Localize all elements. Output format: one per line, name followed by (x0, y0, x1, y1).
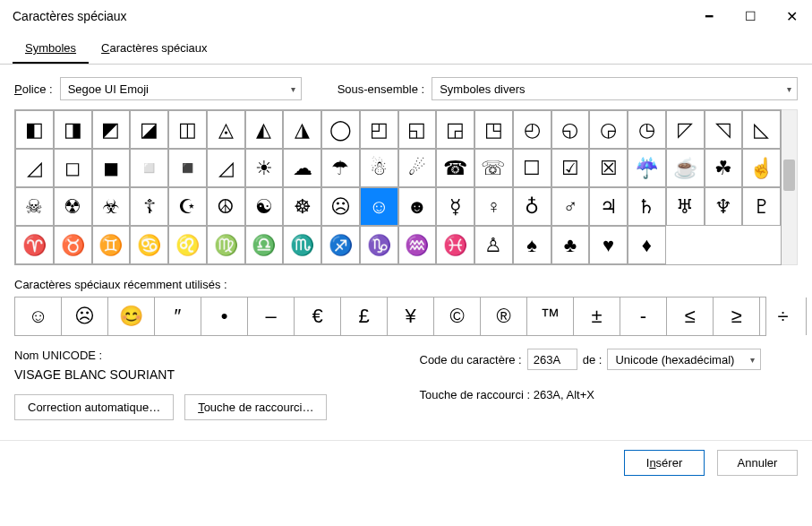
shortcut-key-button[interactable]: Touche de raccourci… (184, 394, 327, 420)
char-cell[interactable]: ♒ (398, 226, 437, 264)
char-cell[interactable]: ◼ (92, 149, 131, 187)
char-cell[interactable]: ♙ (474, 226, 513, 264)
char-cell[interactable]: ☕ (666, 149, 705, 187)
char-cell[interactable]: ◿ (15, 149, 54, 187)
char-cell[interactable]: ☝ (742, 149, 781, 187)
char-cell[interactable]: ♇ (742, 187, 781, 226)
from-combo[interactable]: Unicode (hexadécimal) ▾ (607, 349, 761, 370)
cancel-button[interactable]: Annuler (717, 450, 798, 476)
recent-cell[interactable]: ® (481, 297, 527, 335)
char-cell[interactable]: ♓ (436, 226, 474, 264)
recent-cell[interactable]: • (201, 297, 248, 335)
char-cell[interactable]: ♑ (360, 226, 398, 264)
char-cell[interactable]: ◻ (54, 149, 92, 187)
char-code-input[interactable] (527, 349, 577, 370)
char-cell[interactable]: ☒ (589, 149, 628, 187)
char-cell[interactable]: ♍ (207, 226, 245, 264)
char-cell[interactable]: ☑ (551, 149, 590, 187)
char-cell[interactable]: ◱ (398, 110, 437, 149)
char-cell[interactable]: ☐ (513, 149, 551, 187)
char-cell[interactable]: ♌ (168, 226, 207, 264)
char-cell[interactable]: ♊ (92, 226, 131, 264)
char-cell[interactable]: ◪ (130, 110, 168, 149)
grid-scrollbar[interactable] (782, 109, 798, 265)
subset-combo[interactable]: Symboles divers ▾ (432, 77, 798, 100)
char-cell[interactable]: ☿ (436, 187, 474, 226)
char-cell[interactable]: ☦ (130, 187, 168, 226)
char-cell[interactable]: ◾ (168, 149, 207, 187)
char-cell[interactable]: ☂ (321, 149, 360, 187)
char-cell[interactable]: ☘ (705, 149, 743, 187)
char-cell[interactable]: ◨ (54, 110, 92, 149)
minimize-icon[interactable]: ━ (688, 0, 730, 32)
recent-cell[interactable]: × (807, 297, 812, 335)
char-cell[interactable]: ☀ (245, 149, 284, 187)
recent-cell[interactable]: ″ (155, 297, 201, 335)
char-cell[interactable]: ◲ (436, 110, 474, 149)
char-cell[interactable]: ♆ (705, 187, 743, 226)
char-cell[interactable]: ☁ (283, 149, 321, 187)
char-cell[interactable]: ♄ (628, 187, 666, 226)
char-cell[interactable]: ◯ (321, 110, 360, 149)
char-cell[interactable]: ☠ (15, 187, 54, 226)
insert-button[interactable]: Insérer (624, 450, 705, 476)
char-cell[interactable]: ◫ (168, 110, 207, 149)
recent-cell[interactable]: ≤ (667, 297, 714, 335)
char-cell[interactable]: ◺ (742, 110, 781, 149)
char-cell[interactable]: ☢ (54, 187, 92, 226)
char-cell[interactable]: ♃ (589, 187, 628, 226)
char-cell[interactable]: ◷ (628, 110, 666, 149)
char-cell[interactable]: ♐ (321, 226, 360, 264)
char-cell[interactable]: ◬ (207, 110, 245, 149)
char-cell[interactable]: ☯ (245, 187, 284, 226)
recent-cell[interactable]: 😊 (108, 297, 155, 335)
char-cell[interactable]: ◰ (360, 110, 398, 149)
char-cell[interactable]: ☹ (321, 187, 360, 226)
char-cell[interactable]: ☎ (436, 149, 474, 187)
char-cell[interactable]: ◭ (245, 110, 284, 149)
char-cell[interactable]: ☸ (283, 187, 321, 226)
char-cell[interactable]: ◵ (551, 110, 590, 149)
char-cell[interactable]: ☪ (168, 187, 207, 226)
recent-cell[interactable]: € (295, 297, 341, 335)
recent-cell[interactable]: ☺ (15, 297, 62, 335)
recent-cell[interactable]: ≥ (714, 297, 760, 335)
recent-cell[interactable]: ± (574, 297, 620, 335)
char-cell[interactable]: ☺ (360, 187, 398, 226)
char-cell[interactable]: ◮ (283, 110, 321, 149)
char-cell[interactable]: ☮ (207, 187, 245, 226)
char-cell[interactable]: ☄ (398, 149, 437, 187)
char-cell[interactable]: ◩ (92, 110, 131, 149)
recent-cell[interactable]: ÷ (760, 297, 807, 335)
char-cell[interactable]: ◿ (207, 149, 245, 187)
scroll-thumb[interactable] (783, 160, 795, 191)
char-cell[interactable]: ◶ (589, 110, 628, 149)
char-cell[interactable]: ☃ (360, 149, 398, 187)
char-cell[interactable]: ◳ (474, 110, 513, 149)
char-cell[interactable]: ☣ (92, 187, 131, 226)
char-cell[interactable]: ♦ (628, 226, 666, 264)
char-cell[interactable]: ♁ (513, 187, 551, 226)
char-cell[interactable]: ♉ (54, 226, 92, 264)
maximize-icon[interactable]: ☐ (730, 0, 771, 32)
char-cell[interactable]: ◸ (666, 110, 705, 149)
char-cell[interactable]: ♣ (551, 226, 590, 264)
tab-special-chars[interactable]: Caractères spéciaux (89, 36, 220, 64)
recent-cell[interactable]: ☹ (62, 297, 108, 335)
char-cell[interactable]: ◽ (130, 149, 168, 187)
char-cell[interactable]: ♅ (666, 187, 705, 226)
tab-symbols[interactable]: Symboles (13, 36, 89, 64)
recent-cell[interactable]: – (248, 297, 295, 335)
char-cell[interactable]: ♥ (589, 226, 628, 264)
autocorrect-button[interactable]: Correction automatique… (14, 394, 174, 420)
close-icon[interactable]: ✕ (771, 0, 812, 32)
recent-cell[interactable]: £ (341, 297, 388, 335)
char-cell[interactable]: ♀ (474, 187, 513, 226)
recent-cell[interactable]: - (620, 297, 667, 335)
char-cell[interactable]: ♏ (283, 226, 321, 264)
char-cell[interactable]: ☏ (474, 149, 513, 187)
recent-cell[interactable]: © (434, 297, 481, 335)
char-cell[interactable]: ♎ (245, 226, 284, 264)
recent-cell[interactable]: ¥ (388, 297, 434, 335)
char-cell[interactable]: ♋ (130, 226, 168, 264)
